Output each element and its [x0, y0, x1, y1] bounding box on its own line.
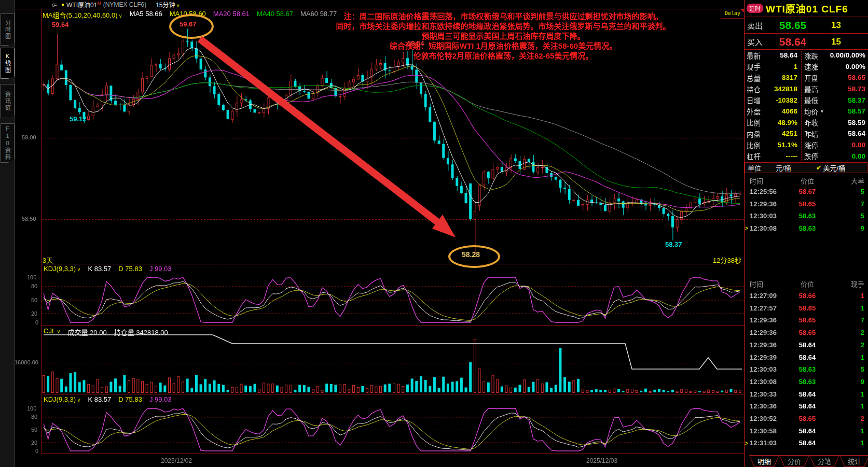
ask-qty: 13: [831, 20, 841, 31]
kdj-pane2-header: KDJ(9,3,3)∨ K 83.57 D 75.83 J 99.03: [44, 395, 172, 403]
stat-涨停: 涨停0.00: [802, 139, 868, 151]
table-row[interactable]: 12:25:5658.675: [745, 186, 868, 197]
stat-最低: 最低58.37: [802, 94, 868, 106]
bid-price: 58.64: [769, 36, 817, 48]
triangle-down-icon[interactable]: ▼: [820, 109, 824, 114]
kdj-axis-label: 50: [31, 427, 37, 433]
price-label-low2: 58.37: [665, 240, 682, 248]
table-header: 时间价位现手: [745, 279, 868, 289]
annotation-line: 伦敦布伦特2月原油价格震荡，关注62-65美元情况。: [296, 51, 711, 61]
current-row-marker: >: [745, 225, 748, 231]
table-row[interactable]: 12:30:3358.641: [745, 388, 868, 400]
current-row-marker: >: [745, 440, 748, 446]
tab-明细[interactable]: 明细: [749, 455, 779, 466]
kdj-axis-label: 100: [27, 274, 36, 280]
date-label-2: 2025/12/03: [586, 457, 617, 464]
ask-price: 58.65: [769, 19, 817, 32]
stat-速涨: 速涨0.00%: [802, 61, 868, 73]
price-label-low1: 59.12: [70, 115, 87, 123]
stat-总量: 总量8317: [745, 72, 801, 83]
cjl-dropdown[interactable]: CJL∨: [44, 327, 60, 337]
stat-内盘: 内盘4251: [745, 128, 801, 139]
range-selector[interactable]: 3天: [43, 255, 53, 265]
table-row[interactable]: 12:30:0858.639: [745, 376, 868, 388]
stats-divider: [801, 51, 802, 161]
left-sidebar: 分时图K线图资讯链F10资料: [0, 0, 15, 467]
kdj-axis-label: 80: [31, 414, 37, 420]
tab-统计[interactable]: 统计: [839, 455, 868, 466]
sidebar-tab-2[interactable]: 资讯链: [1, 84, 15, 118]
sidebar-tab-1[interactable]: K线图: [1, 48, 15, 79]
period-selector[interactable]: 15分钟∨: [156, 0, 180, 9]
bid-row[interactable]: 买入 58.64 15: [745, 34, 868, 50]
annotation-line: 综合预期：短期国际WTI 1月原油价格震荡，关注58-60美元情况。: [296, 41, 711, 51]
kdj-pane1-header: KDJ(9,3,3)∨ K 83.57 D 75.83 J 99.03: [44, 265, 172, 273]
tab-分价[interactable]: 分价: [779, 455, 809, 466]
table-row[interactable]: 12:30:5858.641: [745, 425, 868, 437]
stat-最高: 最高58.73: [802, 83, 868, 95]
bid-qty: 15: [831, 37, 841, 47]
stat-外盘: 外盘4066: [745, 106, 801, 117]
table-row[interactable]: 12:29:3658.642: [745, 339, 868, 351]
price-label-high1: 59.64: [52, 21, 69, 29]
unit-toggle-row: 单位 元/桶 ✔ 美元/桶: [745, 162, 867, 173]
check-icon: ✔: [816, 164, 822, 172]
unit-usd-option[interactable]: 美元/桶: [823, 163, 846, 173]
kdj-axis-label: 20: [31, 440, 37, 446]
kdj-dropdown[interactable]: KDJ(9,3,3)∨: [44, 265, 80, 273]
stat-最新: 最新58.64: [745, 50, 801, 61]
instrument-exchange: (NYMEX CLF6): [103, 1, 146, 8]
stat-涨跌: 涨跌0.00/0.00%: [802, 50, 868, 61]
delay-badge: 延时: [747, 4, 763, 13]
chevron-down-icon: ∨: [77, 397, 80, 403]
table-row[interactable]: 12:30:5258.652: [745, 413, 868, 424]
stats-column-right: 涨跌0.00/0.00%速涨0.00%开盘58.65最高58.73最低58.37…: [802, 50, 868, 162]
price-label-peak: 59.67: [180, 20, 197, 28]
chevron-down-icon: ∨: [57, 329, 60, 334]
kdj-axis-label: 80: [31, 283, 37, 289]
delay-marker: M: [97, 1, 101, 6]
trading-app-window: 分时图K线图资讯链F10资料 c= ● WTI原油01M (NYMEX CLF6…: [0, 0, 868, 467]
table-row[interactable]: 12:29:3658.657: [745, 198, 868, 210]
grid-label-585: 58.50: [22, 216, 36, 222]
delay-tag: Delay: [721, 9, 745, 19]
kdj-axis-label: 100: [27, 405, 36, 412]
stat-昨结: 昨结58.64: [802, 128, 868, 139]
table-row[interactable]: 12:30:3658.641: [745, 400, 868, 412]
kdj-axis-label: 0: [35, 448, 38, 454]
volume-axis-label: 16000.00: [15, 359, 38, 365]
stats-column-left: 最新58.64现手1总量8317持仓342818日增-10382外盘4066比例…: [745, 50, 801, 162]
table-row[interactable]: 12:27:0958.661: [745, 290, 868, 302]
date-label-1: 2025/12/02: [161, 457, 192, 464]
table-row[interactable]: 12:30:0358.635: [745, 210, 868, 222]
table-row[interactable]: 12:29:3958.641: [745, 351, 868, 363]
table-row[interactable]: >12:30:0858.639: [745, 222, 868, 234]
quote-panel: 延时 WTI原油01 CLF6 卖出 58.65 13 买入 58.64 15 …: [744, 0, 868, 467]
table-row[interactable]: 12:29:3658.652: [745, 327, 868, 338]
grid-label-59: 59.00: [22, 134, 36, 140]
ma-group-dropdown[interactable]: MA组合(5,10,20,40,60,0)∨: [43, 10, 122, 20]
tab-分笔[interactable]: 分笔: [809, 455, 839, 466]
chevron-down-icon: ∨: [119, 13, 122, 19]
quote-header: 延时 WTI原油01 CLF6: [747, 1, 848, 15]
kdj-dropdown[interactable]: KDJ(9,3,3)∨: [44, 395, 80, 403]
table-row[interactable]: >12:31:0358.641: [745, 437, 868, 449]
unit-cny-option[interactable]: 元/桶: [776, 163, 791, 173]
kdj-axis-label: 0: [35, 319, 38, 326]
chevron-down-icon: ∨: [77, 266, 80, 272]
sidebar-tab-0[interactable]: 分时图: [1, 13, 15, 46]
stat-比例: 比例48.9%: [745, 117, 801, 129]
ma-value-MA40: MA40 58.67: [257, 10, 293, 20]
sidebar-tab-3[interactable]: F10资料: [1, 123, 15, 163]
table-row[interactable]: 12:30:0358.635: [745, 363, 868, 375]
annotation-line: 同时，市场关注委内瑞拉和东欧持续的地缘政治紧张局势。市场关注俄罗斯与乌克兰的和平…: [296, 21, 711, 31]
title-bar: c= ● WTI原油01M (NYMEX CLF6) 15分钟∨: [15, 0, 744, 9]
kdj-axis-label: 50: [31, 297, 37, 303]
stat-持仓: 持仓342818: [745, 83, 801, 95]
table-header: 时间价位大单: [745, 176, 868, 186]
table-row[interactable]: 12:27:5758.651: [745, 302, 868, 314]
link-icon[interactable]: c=: [52, 2, 56, 8]
ask-row[interactable]: 卖出 58.65 13: [745, 17, 868, 33]
table-row[interactable]: 12:29:3658.657: [745, 314, 868, 326]
stat-日增: 日增-10382: [745, 94, 801, 106]
